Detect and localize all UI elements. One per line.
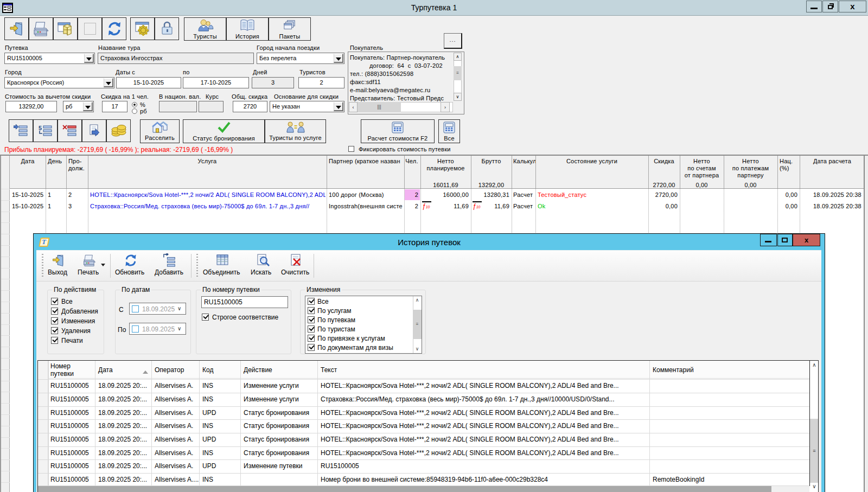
svg-text:5: 5 xyxy=(39,125,42,131)
